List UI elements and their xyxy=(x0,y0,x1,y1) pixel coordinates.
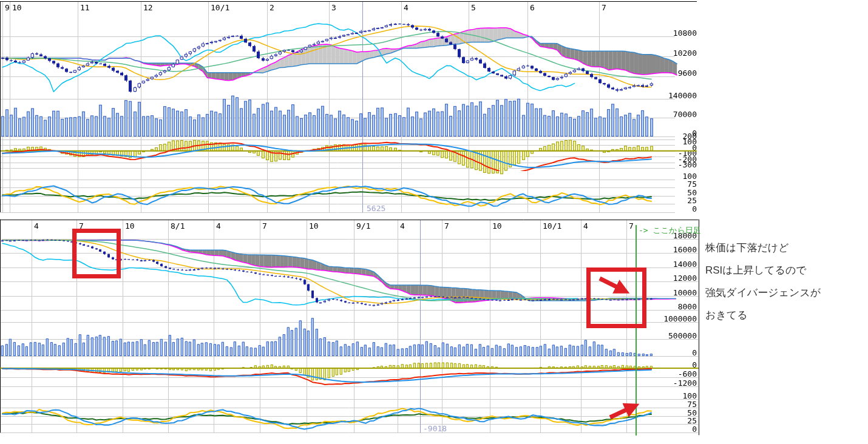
note-line: RSIは上昇してるので xyxy=(705,264,864,277)
chart-workspace: -> ここから日足 5625 -9018 株価は下落だけど RSIは上昇してるの… xyxy=(0,0,868,444)
daily-start-label: -> ここから日足 xyxy=(639,225,701,236)
highlight-box-price-drop xyxy=(72,229,121,278)
note-line: 株価は下落だけど xyxy=(705,241,864,255)
stock-charts-canvas[interactable] xyxy=(0,0,868,444)
crosshair-value-top: 5625 xyxy=(367,204,385,213)
note-line: おきてる xyxy=(705,309,864,322)
crosshair-value-bottom: -9018 xyxy=(423,424,447,433)
highlight-box-divergence xyxy=(586,267,646,328)
daily-start-line xyxy=(636,225,637,436)
annotation-note-panel: 株価は下落だけど RSIは上昇してるので 強気ダイバージェンスが おきてる xyxy=(705,241,864,331)
note-line: 強気ダイバージェンスが xyxy=(705,286,864,300)
